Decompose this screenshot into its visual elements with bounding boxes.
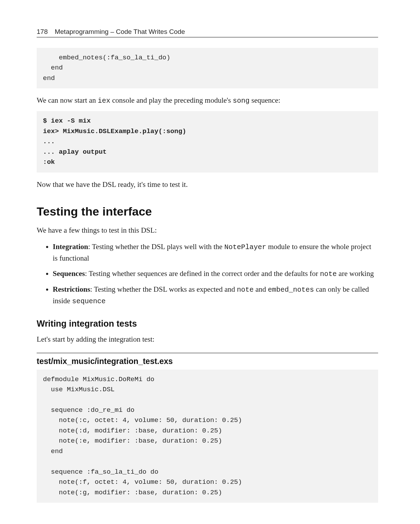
paragraph-1: We can now start an iex console and play… [37, 95, 378, 106]
paragraph-2: Now that we have the DSL ready, it's tim… [37, 179, 378, 190]
inline-code: song [233, 97, 250, 105]
inline-code: embed_notes [268, 286, 314, 294]
text: sequence: [250, 96, 280, 104]
list-item: Sequences: Testing whether sequences are… [53, 268, 378, 279]
subsection-heading: Writing integration tests [37, 319, 378, 329]
text: : Testing whether sequences are defined … [85, 269, 320, 278]
inline-code: NotePlayer [224, 243, 266, 251]
inline-code: sequence [72, 297, 105, 305]
paragraph-3: We have a few things to test in this DSL… [37, 225, 378, 236]
text: : Testing whether the DSL plays well wit… [88, 242, 224, 251]
text: are working [337, 269, 374, 278]
file-path-title: test/mix_music/integration_test.exs [37, 357, 378, 366]
bullet-list: Integration: Testing whether the DSL pla… [37, 241, 378, 307]
list-item: Restrictions: Testing whether the DSL wo… [53, 284, 378, 307]
list-item: Integration: Testing whether the DSL pla… [53, 241, 378, 264]
code-block-3: defmodule MixMusic.DoReMi do use MixMusi… [37, 370, 378, 503]
file-header-rule: test/mix_music/integration_test.exs [37, 353, 378, 366]
code-block-2: $ iex -S mix iex> MixMusic.DSLExample.pl… [37, 111, 378, 172]
bullet-term: Restrictions [53, 285, 90, 293]
inline-code: note [320, 270, 337, 278]
inline-code: iex [98, 97, 110, 105]
text: : Testing whether the DSL works as expec… [90, 285, 237, 293]
text: and [254, 285, 268, 293]
chapter-title: Metaprogramming – Code That Writes Code [55, 28, 185, 36]
text: console and play the preceding module's [110, 96, 233, 104]
inline-code: note [237, 286, 254, 294]
page-header: 178 Metaprogramming – Code That Writes C… [37, 28, 378, 37]
page-number: 178 [37, 28, 48, 36]
text: We can now start an [37, 96, 98, 104]
section-heading: Testing the interface [37, 205, 378, 218]
bullet-term: Sequences [53, 269, 85, 278]
paragraph-4: Let's start by adding the integration te… [37, 334, 378, 345]
bullet-term: Integration [53, 242, 88, 251]
code-block-1: embed_notes(:fa_so_la_ti_do) end end [37, 48, 378, 88]
